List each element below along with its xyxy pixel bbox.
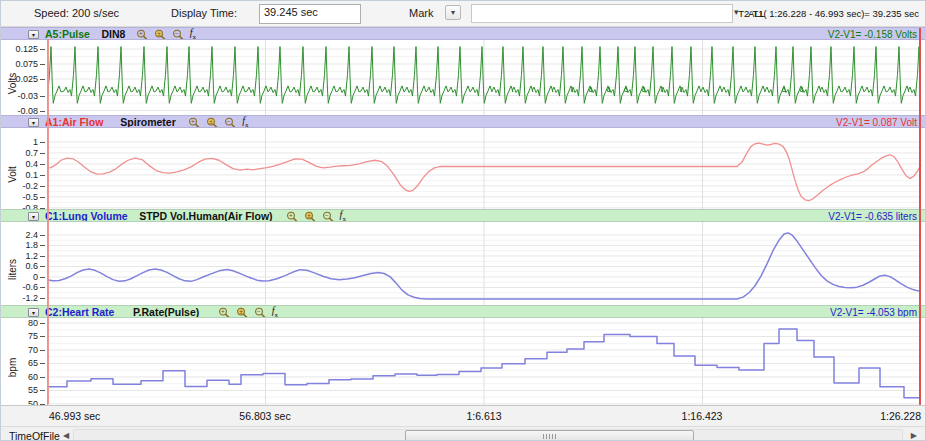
y-tick-mark xyxy=(40,256,45,257)
channel-menu-button[interactable]: ▾ xyxy=(28,308,39,317)
t2t1-readout: T2-T1( 1:26.228 - 46.993 sec)= 39.235 se… xyxy=(738,8,919,19)
fx-icon[interactable]: fx xyxy=(340,209,346,222)
channel-toolbar: + ± − fx xyxy=(188,116,248,128)
y-axis-unit: liters xyxy=(7,249,18,289)
y-tick-label: 0.7 xyxy=(25,148,38,158)
fx-icon[interactable]: fx xyxy=(272,305,278,318)
channel-header: ▾ A1:Air Flow Spirometer + ± − fx V2-V1=… xyxy=(1,115,925,128)
channel-airflow: ▾ A1:Air Flow Spirometer + ± − fx V2-V1=… xyxy=(1,115,925,209)
scrollbar-grip-icon xyxy=(543,434,557,439)
zoom-out-icon[interactable]: − xyxy=(322,211,335,223)
zoom-out-icon[interactable]: − xyxy=(224,117,237,129)
svg-text:−: − xyxy=(325,212,329,219)
y-tick-mark xyxy=(40,175,45,176)
scroll-right-arrow-icon[interactable]: ▶ xyxy=(911,431,917,440)
y-tick-mark xyxy=(40,350,45,351)
display-time-input[interactable]: 39.245 sec xyxy=(259,4,361,24)
zoom-in-icon[interactable]: + xyxy=(218,307,231,319)
channel-heart-rate: ▾ C2:Heart Rate P.Rate(Pulse) + ± − fx V… xyxy=(1,305,925,405)
x-time-label: 1:6.613 xyxy=(466,410,501,422)
svg-text:−: − xyxy=(175,30,179,37)
x-time-label: 1:26.228 xyxy=(880,410,921,422)
y-tick-mark xyxy=(40,197,45,198)
mark-label: Mark xyxy=(409,7,433,19)
y-tick-label: 1.8 xyxy=(25,240,38,250)
svg-text:±: ± xyxy=(157,30,161,37)
main-toolbar: Speed: 200 s/sec Display Time: 39.245 se… xyxy=(1,1,925,27)
svg-text:+: + xyxy=(191,118,195,125)
scrollbar-track[interactable] xyxy=(73,429,903,441)
plot-area[interactable] xyxy=(47,40,925,115)
channel-menu-button[interactable]: ▾ xyxy=(28,212,39,221)
y-tick-label: 70 xyxy=(28,345,38,355)
y-tick-label: 2.4 xyxy=(25,230,38,240)
y-tick-mark xyxy=(40,266,45,267)
time-scroll-strip: TimeOfFile ◀ ▶ xyxy=(1,426,925,441)
fx-icon[interactable]: fx xyxy=(242,115,248,128)
y-tick-mark xyxy=(40,323,45,324)
y-tick-mark xyxy=(40,298,45,299)
y-tick-mark xyxy=(40,390,45,391)
x-time-label: 46.993 sec xyxy=(49,410,100,422)
y-tick-mark xyxy=(40,363,45,364)
y-tick-mark xyxy=(40,336,45,337)
zoom-in-icon[interactable]: + xyxy=(136,29,149,41)
y-axis: bpm80757065605550 xyxy=(1,318,47,405)
y-axis-unit: bpm xyxy=(7,347,18,387)
channel-toolbar: + ± − fx xyxy=(218,306,278,318)
display-time-label: Display Time: xyxy=(171,7,237,19)
y-axis: Volt10.70.40.1-0.2-0.5-0.8 xyxy=(1,128,47,209)
scroll-left-arrow-icon[interactable]: ◀ xyxy=(63,431,69,440)
time-axis: 46.993 sec56.803 sec1:6.6131:16.4231:26.… xyxy=(1,405,925,426)
v2v1-readout: V2-V1= -0.635 liters xyxy=(828,210,917,222)
zoom-out-icon[interactable]: − xyxy=(172,29,185,41)
autoscale-icon[interactable]: ± xyxy=(236,307,249,319)
y-axis: liters2.41.81.20.60-0.6-1.2 xyxy=(1,222,47,305)
y-tick-mark xyxy=(40,49,45,50)
y-tick-label: 55 xyxy=(28,385,38,395)
y-tick-label: 0.125 xyxy=(15,44,38,54)
zoom-in-icon[interactable]: + xyxy=(286,211,299,223)
y-tick-mark xyxy=(40,64,45,65)
y-tick-label: 80 xyxy=(28,318,38,328)
svg-text:±: ± xyxy=(307,212,311,219)
autoscale-icon[interactable]: ± xyxy=(206,117,219,129)
autoscale-icon[interactable]: ± xyxy=(304,211,317,223)
y-tick-label: -0.03 xyxy=(17,91,38,101)
plot-area[interactable] xyxy=(47,222,925,305)
y-tick-mark xyxy=(40,245,45,246)
channel-toolbar: + ± − fx xyxy=(136,28,196,40)
channel-source-label: Spirometer xyxy=(120,116,175,128)
svg-text:+: + xyxy=(139,30,143,37)
y-axis: Volts0.1250.0750.025-0.03-0.08 xyxy=(1,40,47,115)
plot-area[interactable] xyxy=(47,128,925,209)
svg-text:±: ± xyxy=(239,308,243,315)
scrollbar-thumb[interactable] xyxy=(405,430,694,441)
fx-icon[interactable]: fx xyxy=(190,27,196,40)
y-tick-label: 0.025 xyxy=(15,74,38,84)
y-tick-label: 1 xyxy=(33,137,38,147)
t2-cursor-mark xyxy=(919,116,921,128)
autoscale-icon[interactable]: ± xyxy=(154,29,167,41)
y-tick-label: -0.2 xyxy=(22,181,38,191)
y-tick-mark xyxy=(40,142,45,143)
zoom-in-icon[interactable]: + xyxy=(188,117,201,129)
y-tick-label: 75 xyxy=(28,331,38,341)
channel-menu-button[interactable]: ▾ xyxy=(28,30,39,39)
mark-menu-button[interactable]: ▾ xyxy=(445,5,461,20)
v2v1-readout: V2-V1= -4.053 bpm xyxy=(830,306,917,318)
y-tick-label: 0.1 xyxy=(25,170,38,180)
zoom-out-icon[interactable]: − xyxy=(254,307,267,319)
y-tick-mark xyxy=(40,186,45,187)
y-tick-mark xyxy=(40,153,45,154)
channel-menu-button[interactable]: ▾ xyxy=(28,118,39,127)
labscribe-window: Speed: 200 s/sec Display Time: 39.245 se… xyxy=(0,0,926,441)
channel-header: ▾ A5:Pulse DIN8 + ± − fx V2-V1= -0.158 V… xyxy=(1,27,925,40)
y-tick-mark xyxy=(40,111,45,112)
plot-area[interactable] xyxy=(47,318,925,405)
y-tick-label: 0.075 xyxy=(15,59,38,69)
svg-text:+: + xyxy=(289,212,293,219)
channel-header: ▾ C2:Heart Rate P.Rate(Pulse) + ± − fx V… xyxy=(1,305,925,318)
mark-text-combobox[interactable] xyxy=(471,4,733,23)
channel-name: A1:Air Flow xyxy=(45,116,103,128)
